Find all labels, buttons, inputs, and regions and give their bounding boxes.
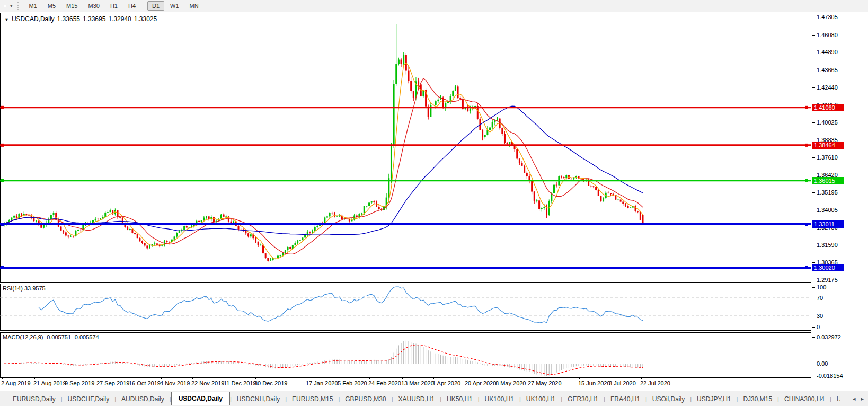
price-tick-label: 1.31590 [817, 242, 838, 249]
price-tick-label: 1.47305 [817, 14, 838, 21]
macd-tick-label: -0.018154 [817, 373, 843, 379]
date-tick-label: 17 Jan 2020 [306, 380, 338, 386]
date-tick-label: 21 Aug 2019 [33, 380, 66, 386]
chart-title: ▼USDCAD,Daily1.336551.336951.329401.3302… [4, 15, 160, 23]
chart-tab-usdjpy-h1[interactable]: USDJPY,H1 [692, 393, 736, 405]
price-tick-label: 1.35195 [817, 189, 838, 196]
chart-tab-eurusd-daily[interactable]: EURUSD,Daily [7, 393, 61, 405]
date-tick-label: 15 Jun 2020 [578, 380, 610, 386]
rsi-tick-label: 70 [817, 295, 823, 302]
date-tick-label: 2 Aug 2019 [1, 380, 31, 386]
timeframe-toolbar: ▾ M1M5M15M30H1H4D1W1MN [0, 0, 868, 12]
chart-symbol-label: USDCAD,Daily [12, 15, 55, 23]
rsi-indicator-label: RSI(14) 33.9575 [3, 285, 46, 292]
price-tick-label: 1.29175 [817, 277, 838, 284]
chart-tab-china300-h4[interactable]: CHINA300,H4 [779, 393, 830, 405]
chart-tab-dj30-m15[interactable]: DJ30,M15 [738, 393, 777, 405]
date-tick-label: 3 Jul 2020 [609, 380, 636, 386]
macd-canvas[interactable] [0, 332, 811, 378]
date-tick-label: 22 Jul 2020 [640, 380, 670, 386]
price-level-badge[interactable]: 1.33011 [812, 220, 844, 228]
rsi-canvas[interactable] [0, 284, 811, 331]
toolbar-separator [144, 2, 144, 10]
timeframe-button-w1[interactable]: W1 [165, 1, 184, 11]
price-tick-label: 1.43665 [817, 67, 838, 74]
timeframe-button-d1[interactable]: D1 [147, 1, 164, 11]
ohlc-high: 1.33695 [83, 15, 105, 23]
timeframe-button-mn[interactable]: MN [185, 1, 203, 11]
chart-tab-eurusd-m15[interactable]: EURUSD,M15 [287, 393, 338, 405]
collapse-triangle-icon[interactable]: ▼ [4, 17, 9, 22]
ohlc-open: 1.33655 [57, 15, 80, 23]
price-level-badge[interactable]: 1.38464 [812, 142, 844, 149]
axis-border-line [811, 13, 811, 378]
chart-tabs: EURUSD,Daily|USDCHF,Daily|AUDUSD,Daily|U… [7, 391, 840, 406]
chart-tab-bar: EURUSD,Daily|USDCHF,Daily|AUDUSD,Daily|U… [0, 391, 868, 406]
chart-tab-hk50-h1[interactable]: HK50,H1 [441, 393, 478, 405]
price-tick-label: 1.37610 [817, 154, 838, 161]
date-tick-label: 24 Feb 2020 [368, 380, 401, 386]
date-tick-label: 11 Dec 2019 [224, 380, 256, 386]
chart-tab-usdchf-daily[interactable]: USDCHF,Daily [63, 393, 115, 405]
date-tick-label: 20 Apr 2020 [465, 380, 496, 386]
timeframe-button-m30[interactable]: M30 [84, 1, 104, 11]
tab-scroll-right-button[interactable]: ▸ [861, 395, 864, 402]
price-tick-label: 1.46080 [817, 32, 838, 39]
date-tick-label: 16 Oct 2019 [129, 380, 161, 386]
date-tick-label: 27 May 2020 [528, 380, 562, 386]
chart-tab-audusd-daily[interactable]: AUDUSD,Daily [116, 393, 170, 405]
date-axis[interactable]: 2 Aug 201921 Aug 20199 Sep 201927 Sep 20… [0, 378, 811, 391]
date-tick-label: 13 Mar 2020 [401, 380, 434, 386]
cursor-dropdown-caret-icon[interactable]: ▾ [10, 3, 13, 8]
rsi-tick-label: 100 [817, 284, 826, 291]
date-tick-label: 9 Sep 2019 [65, 380, 94, 386]
price-axis[interactable]: 1.473051.460801.448901.436651.424401.412… [811, 0, 868, 406]
cursor-tool-group[interactable]: ▾ [0, 3, 14, 10]
timeframe-button-m5[interactable]: M5 [43, 1, 60, 11]
tab-scroll-left-button[interactable]: ◂ [853, 395, 856, 402]
chart-tab-usoil-h4[interactable]: USOil,H4 [831, 393, 840, 405]
timeframe-button-h4[interactable]: H4 [123, 1, 140, 11]
chart-tab-usoil-daily[interactable]: USOil,Daily [647, 393, 690, 405]
timeframe-button-h1[interactable]: H1 [105, 1, 122, 11]
price-tick-label: 1.34005 [817, 207, 838, 214]
ohlc-low: 1.32940 [108, 15, 131, 23]
price-tick-label: 1.42440 [817, 84, 838, 91]
chart-tab-gbpusd-m30[interactable]: GBPUSD,M30 [340, 393, 391, 405]
macd-tick-label: 0.032972 [817, 334, 841, 341]
toolbar-separator [207, 2, 207, 10]
rsi-tick-label: 30 [817, 313, 823, 320]
date-tick-label: 8 May 2020 [495, 380, 526, 386]
timeframe-button-m15[interactable]: M15 [61, 1, 82, 11]
chart-tab-usdcad-daily[interactable]: USDCAD,Daily [171, 392, 230, 405]
rsi-tick-label: 0 [817, 324, 820, 331]
date-tick-label: 30 Dec 2019 [254, 380, 287, 386]
date-tick-label: 27 Sep 2019 [96, 380, 129, 386]
macd-tick-label: 0.00 [817, 360, 828, 367]
date-tick-label: 5 Feb 2020 [338, 380, 367, 386]
chart-tab-usdcnh-daily[interactable]: USDCNH,Daily [232, 393, 285, 405]
crosshair-icon [2, 3, 8, 10]
tab-scrollers: ◂ ▸ [849, 395, 864, 402]
date-tick-label: 22 Nov 2019 [191, 380, 224, 386]
date-tick-label: 1 Apr 2020 [432, 380, 460, 386]
chart-tab-uk100-h1[interactable]: UK100,H1 [521, 393, 561, 405]
timeframe-button-m1[interactable]: M1 [24, 1, 42, 11]
chart-tab-uk100-h1[interactable]: UK100,H1 [480, 393, 519, 405]
price-chart-canvas[interactable] [0, 13, 811, 283]
macd-indicator-label: MACD(12,26,9) -0.005751 -0.005574 [3, 334, 99, 340]
mt4-window: ▾ M1M5M15M30H1H4D1W1MN ▼USDCAD,Daily1.33… [0, 0, 868, 406]
chart-tab-ger30-h1[interactable]: GER30,H1 [562, 393, 604, 405]
chart-tab-fra40-h1[interactable]: FRA40,H1 [605, 393, 645, 405]
ohlc-close: 1.33025 [134, 15, 157, 23]
toolbar-grip[interactable] [17, 2, 20, 10]
price-tick-label: 1.44890 [817, 49, 838, 56]
price-tick-label: 1.40025 [817, 119, 838, 126]
chart-tab-xauusd-h1[interactable]: XAUUSD,H1 [393, 393, 440, 405]
price-level-badge[interactable]: 1.36015 [812, 177, 844, 184]
price-level-badge[interactable]: 1.41060 [812, 104, 844, 111]
date-tick-label: 4 Nov 2019 [160, 380, 190, 386]
price-level-badge[interactable]: 1.30020 [812, 264, 844, 271]
